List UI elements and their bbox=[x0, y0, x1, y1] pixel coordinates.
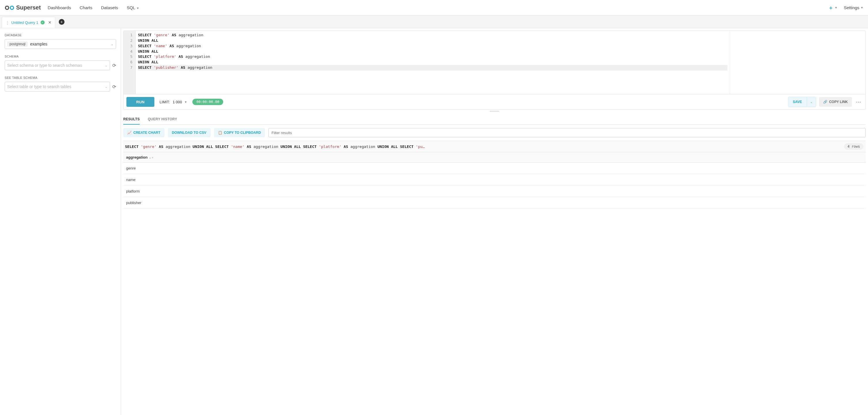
database-section: DATABASE postgresql examples ⌄ bbox=[5, 33, 116, 49]
table-select[interactable]: Select table or type to search tables ⌄ bbox=[5, 82, 110, 92]
chevron-down-icon: ⌄ bbox=[105, 85, 107, 89]
database-label: DATABASE bbox=[5, 33, 116, 37]
left-pane: DATABASE postgresql examples ⌄ SCHEMA Se… bbox=[0, 28, 121, 415]
superset-logo-icon bbox=[5, 5, 14, 11]
database-select[interactable]: postgresql examples ⌄ bbox=[5, 39, 116, 49]
query-tab-name: Untitled Query 1 bbox=[11, 21, 38, 25]
column-header[interactable]: aggregation▲▼ bbox=[123, 152, 866, 163]
nav-datasets[interactable]: Datasets bbox=[101, 5, 118, 10]
copy-link-label: COPY LINK bbox=[829, 100, 848, 104]
table-body: genrenameplatformpublisher bbox=[123, 163, 866, 209]
table-placeholder: Select table or type to search tables bbox=[7, 84, 71, 89]
query-tabstrip: ⋮ Untitled Query 1 ✓ ✕ + bbox=[0, 15, 868, 28]
sql-editor[interactable]: 1234567 SELECT 'genre' AS aggregationUNI… bbox=[124, 31, 865, 94]
brand[interactable]: Superset bbox=[5, 4, 41, 11]
copy-link-button[interactable]: 🔗 COPY LINK bbox=[819, 97, 852, 107]
schema-section: SCHEMA Select schema or type to search s… bbox=[5, 55, 116, 70]
executed-sql-bar: SELECT 'genre' AS aggregation UNION ALL … bbox=[123, 141, 866, 152]
database-value: examples bbox=[30, 42, 47, 46]
line-gutter: 1234567 bbox=[124, 31, 136, 94]
chevron-down-icon: ⌄ bbox=[810, 100, 812, 104]
add-tab: + bbox=[55, 15, 68, 28]
results-tabs: RESULTS QUERY HISTORY bbox=[123, 114, 866, 125]
tab-query-history[interactable]: QUERY HISTORY bbox=[148, 114, 177, 124]
tab-results[interactable]: RESULTS bbox=[123, 114, 140, 125]
table-label: SEE TABLE SCHEMA bbox=[5, 76, 116, 79]
sql-editor-card: 1234567 SELECT 'genre' AS aggregationUNI… bbox=[123, 31, 866, 110]
vertical-resize-handle[interactable] bbox=[123, 110, 866, 113]
plus-icon: + bbox=[60, 20, 63, 24]
brand-text: Superset bbox=[16, 4, 41, 11]
save-group: SAVE ⌄ bbox=[788, 97, 816, 107]
row-count-pill: 4 rows bbox=[844, 143, 863, 150]
nav-sql[interactable]: SQL ▼ bbox=[127, 5, 140, 10]
save-dropdown-button[interactable]: ⌄ bbox=[807, 97, 816, 107]
caret-down-icon: ▼ bbox=[861, 6, 863, 9]
nav-links: Dashboards Charts Datasets SQL ▼ bbox=[48, 5, 140, 10]
nav-right: ＋ ▼ Settings ▼ bbox=[828, 4, 863, 11]
copy-clipboard-button[interactable]: 📋 COPY TO CLIPBOARD bbox=[214, 128, 265, 137]
results-table: aggregation▲▼ genrenameplatformpublisher bbox=[123, 152, 866, 209]
filter-results-input[interactable] bbox=[269, 128, 866, 137]
query-timer: 00:00:00.00 bbox=[192, 99, 223, 105]
main-area: DATABASE postgresql examples ⌄ SCHEMA Se… bbox=[0, 28, 868, 415]
refresh-schema-icon[interactable]: ⟳ bbox=[112, 63, 116, 68]
add-tab-button[interactable]: + bbox=[59, 19, 64, 25]
database-engine-pill: postgresql bbox=[7, 41, 28, 46]
table-cell: genre bbox=[123, 163, 866, 174]
chevron-down-icon: ⌄ bbox=[111, 42, 114, 46]
toolbar-right: SAVE ⌄ 🔗 COPY LINK ⋯ bbox=[788, 97, 863, 107]
chart-icon: 📈 bbox=[127, 131, 132, 135]
query-tab[interactable]: ⋮ Untitled Query 1 ✓ ✕ bbox=[2, 17, 55, 28]
sort-icon: ▲▼ bbox=[149, 156, 154, 159]
plus-icon: ＋ bbox=[828, 4, 833, 11]
download-csv-button[interactable]: DOWNLOAD TO CSV bbox=[168, 128, 211, 137]
table-row[interactable]: platform bbox=[123, 186, 866, 197]
table-cell: platform bbox=[123, 186, 866, 197]
schema-placeholder: Select schema or type to search schemas bbox=[7, 63, 82, 68]
nav-charts[interactable]: Charts bbox=[80, 5, 92, 10]
clipboard-icon: 📋 bbox=[218, 131, 222, 135]
save-button[interactable]: SAVE bbox=[788, 97, 807, 107]
table-row[interactable]: genre bbox=[123, 163, 866, 174]
create-chart-button[interactable]: 📈 CREATE CHART bbox=[123, 128, 164, 137]
drag-handle-icon[interactable]: ⋮ bbox=[5, 21, 9, 25]
table-row[interactable]: name bbox=[123, 174, 866, 186]
code-area[interactable]: SELECT 'genre' AS aggregationUNION ALLSE… bbox=[136, 31, 730, 94]
close-tab-icon[interactable]: ✕ bbox=[48, 20, 52, 25]
link-icon: 🔗 bbox=[823, 100, 827, 104]
nav-sql-label: SQL bbox=[127, 5, 135, 10]
table-row[interactable]: publisher bbox=[123, 197, 866, 209]
run-button[interactable]: RUN bbox=[126, 97, 154, 107]
table-cell: publisher bbox=[123, 197, 866, 209]
executed-sql-text: SELECT 'genre' AS aggregation UNION ALL … bbox=[123, 145, 841, 149]
top-navbar: Superset Dashboards Charts Datasets SQL … bbox=[0, 0, 868, 15]
editor-toolbar: RUN LIMIT: 1 000 ▼ 00:00:00.00 SAVE ⌄ bbox=[124, 94, 865, 109]
caret-down-icon: ▼ bbox=[136, 7, 140, 10]
table-section: SEE TABLE SCHEMA Select table or type to… bbox=[5, 76, 116, 92]
caret-down-icon: ▼ bbox=[835, 6, 837, 9]
refresh-table-icon[interactable]: ⟳ bbox=[112, 84, 116, 90]
more-menu-button[interactable]: ⋯ bbox=[855, 99, 863, 105]
status-success-icon: ✓ bbox=[41, 21, 44, 25]
schema-select[interactable]: Select schema or type to search schemas … bbox=[5, 60, 110, 70]
nav-dashboards[interactable]: Dashboards bbox=[48, 5, 71, 10]
copy-clipboard-label: COPY TO CLIPBOARD bbox=[224, 131, 261, 135]
caret-down-icon: ▼ bbox=[184, 100, 187, 104]
chevron-down-icon: ⌄ bbox=[105, 64, 107, 67]
limit-value: 1 000 bbox=[173, 100, 182, 104]
create-chart-label: CREATE CHART bbox=[133, 131, 160, 135]
schema-label: SCHEMA bbox=[5, 55, 116, 58]
nav-settings-label: Settings bbox=[844, 5, 859, 10]
results-actions: 📈 CREATE CHART DOWNLOAD TO CSV 📋 COPY TO… bbox=[123, 125, 866, 141]
nav-add-button[interactable]: ＋ ▼ bbox=[828, 4, 837, 11]
right-pane: 1234567 SELECT 'genre' AS aggregationUNI… bbox=[121, 28, 868, 415]
nav-settings[interactable]: Settings ▼ bbox=[844, 5, 863, 10]
editor-spacer bbox=[730, 31, 865, 94]
limit-box: LIMIT: 1 000 ▼ bbox=[159, 100, 187, 104]
table-header-row: aggregation▲▼ bbox=[123, 152, 866, 163]
table-cell: name bbox=[123, 174, 866, 186]
limit-label: LIMIT: bbox=[159, 100, 169, 104]
limit-select[interactable]: 1 000 ▼ bbox=[173, 100, 187, 104]
